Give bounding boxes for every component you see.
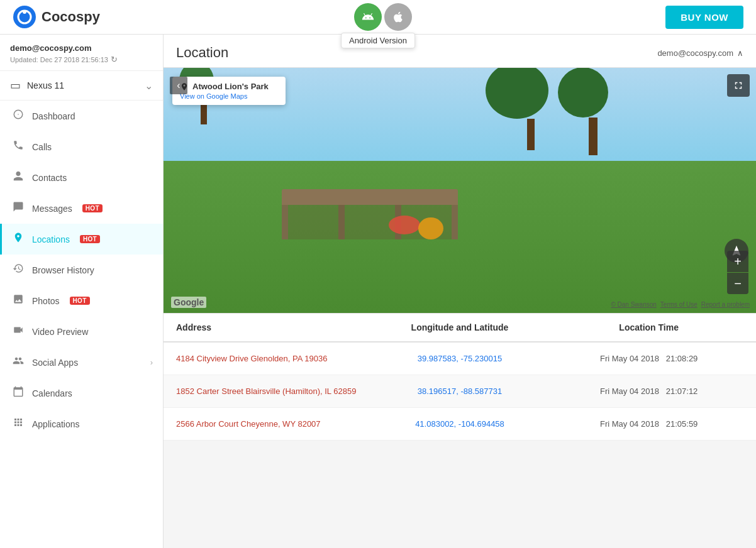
table-cell-coords[interactable]: 39.987583, -75.230015 bbox=[365, 354, 555, 363]
table-row: 2566 Arbor Court Cheyenne, WY 82007 41.0… bbox=[164, 408, 756, 441]
photos-hot-badge: HOT bbox=[70, 297, 90, 305]
sidebar: demo@cocospy.com Updated: Dec 27 2018 21… bbox=[0, 35, 164, 548]
map-container: Atwood Lion's Park View on Google Maps ‹… bbox=[164, 68, 756, 313]
sidebar-item-dashboard[interactable]: Dashboard bbox=[0, 101, 163, 131]
sidebar-item-messages[interactable]: Messages HOT bbox=[0, 193, 163, 224]
map-prev-button[interactable]: ‹ bbox=[170, 77, 187, 94]
map-ground bbox=[164, 161, 756, 313]
logo-area: Cocospy bbox=[13, 5, 100, 29]
sidebar-item-browser-history[interactable]: Browser History bbox=[0, 255, 163, 285]
sidebar-item-label: Social Apps bbox=[32, 358, 78, 368]
user-menu-chevron-icon: ∧ bbox=[737, 48, 743, 58]
play-equipment bbox=[389, 216, 420, 234]
table-cell-address: 4184 Cityview Drive Glenolden, PA 19036 bbox=[176, 354, 365, 363]
header-center: Android Version bbox=[354, 3, 412, 31]
android-platform-button[interactable] bbox=[354, 3, 382, 31]
sidebar-item-label: Contacts bbox=[32, 173, 67, 183]
calendars-icon bbox=[12, 386, 25, 400]
table-row: 1852 Carter Street Blairsville (Hamilton… bbox=[164, 375, 756, 408]
applications-icon bbox=[12, 417, 25, 431]
photos-icon bbox=[12, 293, 25, 308]
device-icon: ▭ bbox=[10, 79, 21, 92]
logo-text: Cocospy bbox=[42, 9, 100, 25]
main-header: Location demo@cocospy.com ∧ bbox=[164, 35, 756, 68]
contacts-icon bbox=[12, 170, 25, 185]
table-header-coords: Longitude and Latitude bbox=[365, 322, 555, 332]
device-chevron-icon: ⌄ bbox=[145, 80, 153, 92]
map-fullscreen-button[interactable] bbox=[727, 74, 750, 97]
map-location-name: Atwood Lion's Park bbox=[192, 82, 269, 91]
android-tooltip: Android Version bbox=[341, 33, 415, 48]
ios-platform-button[interactable] bbox=[384, 3, 412, 31]
user-info[interactable]: demo@cocospy.com ∧ bbox=[657, 48, 743, 58]
account-email: demo@cocospy.com bbox=[10, 43, 153, 53]
user-email: demo@cocospy.com bbox=[657, 48, 733, 58]
video-preview-icon bbox=[12, 324, 25, 339]
locations-icon bbox=[12, 232, 25, 246]
device-name: Nexus 11 bbox=[27, 80, 64, 90]
sidebar-item-label: Browser History bbox=[32, 265, 94, 275]
messages-hot-badge: HOT bbox=[82, 204, 103, 212]
sidebar-item-social-apps[interactable]: Social Apps › bbox=[0, 347, 163, 378]
table-cell-address: 1852 Carter Street Blairsville (Hamilton… bbox=[176, 386, 365, 396]
table-cell-address: 2566 Arbor Court Cheyenne, WY 82007 bbox=[176, 419, 365, 429]
google-watermark: Google bbox=[171, 297, 206, 308]
sidebar-item-applications[interactable]: Applications bbox=[0, 408, 163, 439]
sidebar-item-calendars[interactable]: Calendars bbox=[0, 378, 163, 408]
table-header-time: Location Time bbox=[554, 322, 743, 332]
browser-history-icon bbox=[12, 263, 25, 277]
tree1 bbox=[579, 92, 608, 155]
sidebar-item-label: Photos bbox=[32, 296, 60, 306]
sidebar-item-calls[interactable]: Calls bbox=[0, 131, 163, 162]
table-cell-coords[interactable]: 41.083002, -104.694458 bbox=[365, 419, 555, 429]
dashboard-icon bbox=[12, 109, 25, 123]
sidebar-item-photos[interactable]: Photos HOT bbox=[0, 285, 163, 316]
refresh-icon[interactable]: ↻ bbox=[111, 55, 118, 64]
sidebar-item-label: Calls bbox=[32, 142, 52, 152]
map-terms-link[interactable]: Terms of Use bbox=[660, 301, 698, 308]
sidebar-item-label: Locations bbox=[32, 234, 70, 244]
table-header-address: Address bbox=[176, 322, 365, 332]
buy-now-button[interactable]: BUY NOW bbox=[665, 6, 743, 29]
svg-point-0 bbox=[13, 6, 36, 28]
table-cell-coords[interactable]: 38.196517, -88.587731 bbox=[365, 386, 555, 396]
play-equipment2 bbox=[418, 217, 443, 239]
cocospy-logo-icon bbox=[13, 5, 36, 29]
location-table: Address Longitude and Latitude Location … bbox=[164, 313, 756, 441]
sidebar-item-label: Applications bbox=[32, 419, 80, 429]
page-title: Location bbox=[176, 45, 228, 61]
main-content: Location demo@cocospy.com ∧ bbox=[164, 35, 756, 548]
map-info-box: Atwood Lion's Park View on Google Maps bbox=[172, 77, 286, 105]
svg-point-2 bbox=[23, 10, 26, 14]
social-apps-arrow-icon: › bbox=[150, 358, 153, 367]
map-zoom-in-button[interactable]: + bbox=[727, 251, 748, 272]
main-layout: demo@cocospy.com Updated: Dec 27 2018 21… bbox=[0, 35, 756, 548]
calls-icon bbox=[12, 140, 25, 154]
sidebar-account: demo@cocospy.com Updated: Dec 27 2018 21… bbox=[0, 35, 163, 71]
device-row[interactable]: ▭ Nexus 11 ⌄ bbox=[0, 71, 163, 101]
table-header-row: Address Longitude and Latitude Location … bbox=[164, 314, 756, 342]
sidebar-item-locations[interactable]: Locations HOT bbox=[0, 224, 163, 255]
sidebar-item-contacts[interactable]: Contacts bbox=[0, 162, 163, 193]
sidebar-item-label: Calendars bbox=[32, 388, 72, 398]
locations-hot-badge: HOT bbox=[80, 235, 100, 243]
map-credit-photographer: © Dan Swanson bbox=[611, 301, 656, 308]
map-credits: © Dan Swanson Terms of Use Report a prob… bbox=[611, 301, 750, 308]
sidebar-item-video-preview[interactable]: Video Preview bbox=[0, 316, 163, 347]
table-row: 4184 Cityview Drive Glenolden, PA 19036 … bbox=[164, 342, 756, 375]
sidebar-item-label: Messages bbox=[32, 204, 72, 214]
map-zoom-out-button[interactable]: − bbox=[727, 273, 748, 294]
map-report-link[interactable]: Report a problem bbox=[701, 301, 750, 308]
sidebar-item-label: Video Preview bbox=[32, 327, 88, 337]
platform-buttons bbox=[354, 3, 412, 31]
account-updated: Updated: Dec 27 2018 21:56:13 ↻ bbox=[10, 55, 153, 64]
table-cell-time: Fri May 04 2018 21:08:29 bbox=[554, 354, 743, 363]
sidebar-item-label: Dashboard bbox=[32, 111, 75, 121]
tree3 bbox=[513, 87, 548, 150]
app-header: Cocospy Android Version BUY NOW bbox=[0, 0, 756, 35]
messages-icon bbox=[12, 201, 25, 216]
map-zoom-controls: + − bbox=[727, 251, 748, 294]
view-on-google-maps-link[interactable]: View on Google Maps bbox=[180, 92, 278, 100]
table-cell-time: Fri May 04 2018 21:05:59 bbox=[554, 419, 743, 429]
social-apps-icon bbox=[12, 355, 25, 370]
